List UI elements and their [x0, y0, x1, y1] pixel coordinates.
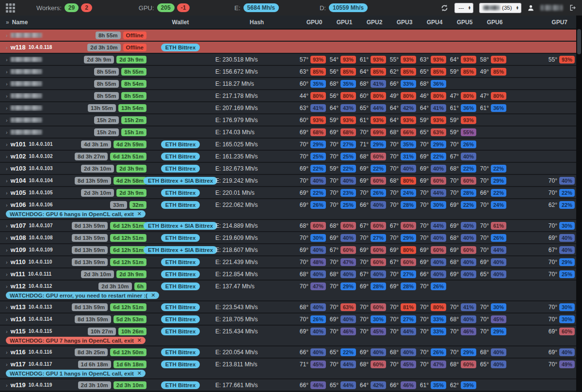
expand-row-icon[interactable]: ›: [6, 129, 8, 135]
expand-row-icon[interactable]: ›: [6, 304, 8, 310]
wallet-badge[interactable]: ETH Bittrex: [161, 348, 200, 356]
worker-row[interactable]: ›w11910.4.0.1192d 3h 10m2d 3h 10mETH Bit…: [0, 379, 576, 392]
worker-row[interactable]: ›w10710.4.0.1078d 13h 59m6d 12h 51mETH B…: [0, 220, 576, 232]
expand-row-icon[interactable]: ›: [6, 141, 8, 147]
worker-row[interactable]: ›w10110.4.0.1014d 3h 1m4d 2h 59mETH Bitt…: [0, 139, 576, 151]
wallet-badge[interactable]: ETH Bittrex: [161, 201, 200, 209]
gpu-fan-badge: 40%: [431, 270, 446, 278]
worker-row[interactable]: ›w11110.4.0.1112d 3h 10m2d 3h 9mETH Bitt…: [0, 268, 576, 281]
expand-row-icon[interactable]: ›: [6, 349, 8, 355]
worker-row[interactable]: ›8h 55m8h 54mE: 118.27 Mh/s60°35%68°35%6…: [0, 78, 576, 90]
worker-row[interactable]: ›w10810.4.0.1088d 13h 59m6d 12h 51mETH B…: [0, 232, 576, 244]
expand-row-icon[interactable]: ›: [6, 166, 8, 172]
column-header-gpu3: GPU3: [389, 19, 420, 26]
worker-row[interactable]: ›13h 55m13h 54mE: 207.169 Mh/s63°41%64°4…: [0, 102, 576, 114]
expand-row-icon[interactable]: ›: [6, 178, 8, 184]
gpu-temp: 59°: [450, 68, 459, 75]
worker-row[interactable]: ›w11210.4.0.1122d 3h 10m6hETH BittrexE: …: [0, 281, 576, 301]
worker-row[interactable]: ›w11310.4.0.1138d 13h 59m6d 12h 51mETH B…: [0, 301, 576, 314]
wallet-badge[interactable]: ETH Bittrex: [161, 141, 200, 148]
logout-icon[interactable]: [568, 4, 576, 12]
expand-row-icon[interactable]: ›: [6, 235, 8, 241]
watchdog-close-icon[interactable]: ✕: [137, 211, 142, 217]
watchdog-close-icon[interactable]: ✕: [151, 292, 155, 298]
worker-row[interactable]: ›w10510.4.0.1052d 3h 10m2d 3h 9mETH Bitt…: [0, 187, 576, 199]
wallet-badge[interactable]: ETH Bittrex: [161, 234, 200, 242]
worker-row[interactable]: ›w11410.4.0.1148d 13h 59m5d 2h 53mETH Bi…: [0, 314, 576, 326]
worker-row[interactable]: ›w11810.4.0.1182d 3h 10mOfflineETH Bittr…: [0, 42, 576, 54]
expand-row-icon[interactable]: ›: [6, 271, 8, 277]
wallet-badge[interactable]: ETH Bittrex: [161, 282, 200, 290]
wallet-badge[interactable]: ETH Bittrex: [161, 189, 200, 197]
expand-all-icon[interactable]: »: [6, 19, 9, 26]
expand-row-icon[interactable]: ›: [6, 154, 8, 159]
wallet-badge[interactable]: ETH Bittrex + SIA Bittrex: [144, 246, 217, 254]
wallet-badge[interactable]: ETH Bittrex: [161, 153, 200, 160]
wallet-badge[interactable]: ETH Bittrex: [161, 165, 200, 172]
apps-grid-icon[interactable]: [6, 3, 15, 13]
watchdog-message: WATCHDOG: GPU 6 hangs in OpenCL call, ex…: [10, 211, 134, 217]
expand-row-icon[interactable]: ›: [6, 316, 8, 322]
expand-row-icon[interactable]: ›: [6, 117, 8, 123]
expand-row-icon[interactable]: ›: [6, 247, 8, 253]
worker-row[interactable]: ›15h 2m15h 2mE: 176.979 Mh/s60°93%59°93%…: [0, 114, 576, 126]
watchdog-close-icon[interactable]: ✕: [137, 370, 142, 376]
worker-row[interactable]: ›w11710.4.0.1171d 6h 18m1d 6h 18mETH Bit…: [0, 359, 576, 379]
account-select[interactable]: (35) ▲▼: [479, 3, 521, 13]
expand-row-icon[interactable]: ›: [6, 81, 8, 87]
expand-row-icon[interactable]: ›: [6, 329, 8, 334]
hash-cell: E: 207.169 Mh/s: [214, 105, 299, 111]
wallet-badge[interactable]: ETH Bittrex: [161, 315, 200, 323]
user-icon[interactable]: [527, 4, 534, 12]
watchdog-close-icon[interactable]: ✕: [137, 337, 142, 344]
gpu-temp: 70°: [360, 189, 369, 196]
wallet-badge[interactable]: ETH Bittrex: [161, 303, 200, 311]
expand-row-icon[interactable]: ›: [6, 283, 8, 289]
expand-row-icon[interactable]: ›: [6, 57, 8, 63]
wallet-badge[interactable]: ETH Bittrex: [161, 44, 200, 51]
expand-row-icon[interactable]: ›: [6, 190, 8, 196]
expand-row-icon[interactable]: ›: [6, 45, 8, 50]
worker-row[interactable]: ›w10910.4.0.1098d 13h 59m6d 12h 51mETH B…: [0, 244, 576, 256]
wallet-badge[interactable]: ETH Bittrex: [161, 270, 200, 278]
gpu-fan-badge: 60%: [340, 246, 356, 254]
worker-row[interactable]: ›15h 2m15h 1mE: 174.03 Mh/s69°68%69°68%7…: [0, 126, 576, 139]
worker-row[interactable]: ›w10310.4.0.1032d 3h 10m2d 3h 9mETH Bitt…: [0, 163, 576, 175]
worker-row[interactable]: ›8h 55m8h 55mE: 217.178 Mh/s44°80%56°80%…: [0, 90, 576, 102]
hash-cell: E: 223.543 Mh/s: [214, 304, 299, 311]
worker-row[interactable]: ›w10210.4.0.1028d 3h 27m6d 12h 51mETH Bi…: [0, 151, 576, 163]
expand-row-icon[interactable]: ›: [6, 202, 8, 208]
wallet-badge[interactable]: ETH Bittrex + SIA Bittrex: [144, 222, 217, 230]
gpu0-cell: 69°26%: [299, 201, 329, 209]
expand-row-icon[interactable]: ›: [6, 69, 8, 75]
scrollbar-thumb[interactable]: [577, 29, 581, 54]
expand-row-icon[interactable]: ›: [6, 93, 8, 99]
worker-row[interactable]: ›2d 3h 9m2d 3h 9mE: 230.518 Mh/s57°93%54…: [0, 54, 576, 66]
worker-row[interactable]: ›8h 55mOffline: [0, 30, 576, 42]
expand-row-icon[interactable]: ›: [6, 259, 8, 265]
expand-row-icon[interactable]: ›: [6, 105, 8, 111]
worker-row[interactable]: ›w10610.4.0.10633m32mETH BittrexE: 222.0…: [0, 199, 576, 220]
column-header-name[interactable]: » Name: [0, 19, 90, 26]
wallet-badge[interactable]: ETH Bittrex: [161, 328, 200, 335]
worker-name-cell: ›w11910.4.0.119: [0, 381, 90, 389]
wallet-badge[interactable]: ETH Bittrex: [161, 361, 200, 368]
worker-name: w105: [11, 189, 26, 196]
gpu-temp: 47°: [450, 93, 459, 99]
wallet-badge[interactable]: ETH Bittrex: [161, 381, 200, 389]
worker-row[interactable]: ›w11610.4.0.1168d 3h 25m6d 12h 50mETH Bi…: [0, 346, 576, 359]
worker-row[interactable]: ›w11010.4.0.1108d 13h 59m6d 12h 51mETH B…: [0, 256, 576, 268]
expand-row-icon[interactable]: ›: [6, 361, 8, 367]
expand-row-icon[interactable]: ›: [6, 382, 8, 388]
worker-row[interactable]: ›w10410.4.0.1048d 13h 59m4d 2h 58mETH Bi…: [0, 175, 576, 187]
worker-row[interactable]: ›w11510.4.0.11510h 27m10h 26mETH Bittrex…: [0, 326, 576, 346]
expand-row-icon[interactable]: ›: [6, 223, 8, 229]
wallet-badge[interactable]: ETH Bittrex + SIA Bittrex: [144, 177, 217, 185]
wallet-badge[interactable]: ETH Bittrex: [161, 258, 200, 266]
gpu0-cell: 69°40%: [299, 246, 329, 254]
refresh-interval-select[interactable]: --- ▲▼: [454, 3, 473, 13]
scrollbar-track[interactable]: [576, 16, 582, 392]
expand-row-icon[interactable]: ›: [6, 32, 8, 38]
worker-row[interactable]: ›8h 55m8h 55mE: 156.672 Mh/s63°85%56°85%…: [0, 66, 576, 78]
refresh-icon[interactable]: [440, 4, 449, 12]
